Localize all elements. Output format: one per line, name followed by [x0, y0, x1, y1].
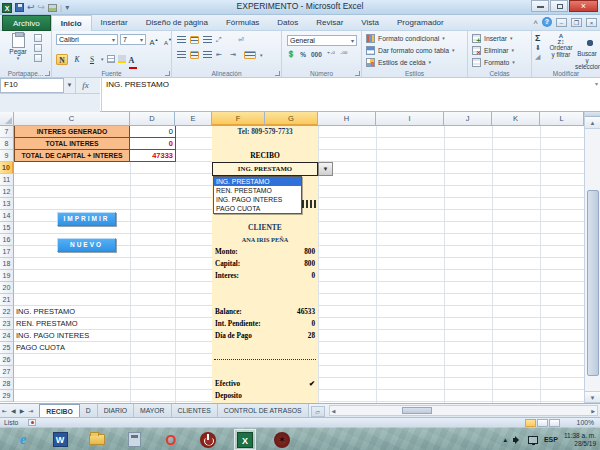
table-row[interactable]: TOTAL INTERES 0 — [14, 138, 176, 150]
insert-function-icon[interactable]: fx — [75, 78, 95, 93]
row-header[interactable]: 16 — [0, 234, 14, 246]
format-as-table-button[interactable]: Dar formato como tabla▾ — [362, 44, 468, 56]
page-break-view-icon[interactable] — [549, 419, 560, 427]
merge-dropdown-icon[interactable]: ▾ — [260, 52, 263, 58]
new-button[interactable]: NUEVO — [57, 238, 116, 252]
normal-view-icon[interactable] — [525, 419, 536, 427]
align-right-icon[interactable] — [203, 51, 212, 59]
volume-icon[interactable] — [513, 436, 522, 444]
sheet-tab[interactable]: CLIENTES — [172, 404, 218, 418]
column-header[interactable]: K — [492, 112, 540, 126]
align-center-icon[interactable] — [190, 51, 199, 59]
column-header[interactable]: D — [130, 112, 175, 126]
row-header[interactable]: 12 — [0, 186, 14, 198]
ribbon-tab[interactable]: Archivo — [2, 15, 51, 31]
sheet-tab[interactable]: CONTROL DE ATRASOS — [218, 404, 309, 418]
column-header[interactable]: L — [540, 112, 584, 126]
horizontal-scroll-thumb[interactable] — [402, 407, 432, 414]
row-header[interactable]: 23 — [0, 318, 14, 330]
sheet-tab[interactable]: D — [80, 404, 98, 418]
column-header[interactable]: J — [444, 112, 492, 126]
minimize-ribbon-icon[interactable]: ˄ — [533, 18, 538, 27]
print-button[interactable]: IMPRIMIR — [57, 212, 116, 226]
help-icon[interactable]: ? — [542, 17, 552, 27]
dropdown-item[interactable]: ING. PAGO INTERES — [214, 195, 301, 204]
row-header[interactable]: 24 — [0, 330, 14, 342]
font-name-select[interactable]: Calibri▾ — [56, 34, 118, 45]
clipboard-dialog-launcher[interactable] — [45, 71, 50, 76]
ribbon-tab[interactable]: Diseño de página — [137, 15, 217, 31]
calculator-icon[interactable] — [123, 429, 145, 450]
power-icon[interactable] — [197, 429, 219, 450]
ribbon-tab[interactable]: Vista — [352, 15, 388, 31]
ribbon-tab[interactable]: Revisar — [307, 15, 352, 31]
row-header[interactable]: 19 — [0, 270, 14, 282]
file-explorer-icon[interactable] — [86, 429, 108, 450]
excel-icon[interactable]: X — [234, 429, 256, 450]
dropdown-arrow-button[interactable]: ▼ — [318, 162, 333, 176]
ribbon-tab[interactable]: Programador — [388, 15, 453, 31]
table-row[interactable]: TOTAL DE CAPITAL + INTERES 47333 — [14, 150, 176, 162]
language-indicator[interactable]: ESP — [544, 436, 558, 443]
fill-icon[interactable]: ⬇ — [535, 44, 541, 52]
fill-color-icon[interactable] — [118, 55, 126, 63]
number-format-select[interactable]: General▾ — [287, 35, 357, 46]
align-middle-icon[interactable] — [190, 36, 199, 44]
bold-button[interactable]: N — [56, 54, 68, 65]
dropdown-item[interactable]: ING. PRESTAMO — [214, 177, 301, 186]
row-header[interactable]: 8 — [0, 138, 14, 150]
prev-sheet-icon[interactable]: ◀ — [9, 407, 18, 414]
formula-input[interactable]: ING. PRESTAMO — [101, 78, 586, 112]
row-header[interactable]: 21 — [0, 294, 14, 306]
scroll-right-icon[interactable]: ▶ — [591, 407, 595, 415]
increase-indent-icon[interactable]: ⇥ — [230, 50, 240, 59]
settings-icon[interactable]: ✶ — [271, 429, 293, 450]
clear-icon[interactable]: ◢ — [535, 53, 541, 61]
list-item[interactable]: ING. PAGO INTERES — [16, 330, 156, 342]
row-header[interactable]: 14 — [0, 210, 14, 222]
row-header[interactable]: 10 — [0, 162, 14, 174]
decrease-indent-icon[interactable]: ⇤ — [216, 50, 226, 59]
ribbon-tab[interactable]: Datos — [268, 15, 307, 31]
list-item[interactable]: REN. PRESTAMO — [16, 318, 156, 330]
title-bar[interactable]: X ↩ ↪ | ▾ EXPERIMENTO - Microsoft Excel … — [0, 0, 600, 15]
row-header[interactable]: 22 — [0, 306, 14, 318]
row-header[interactable]: 17 — [0, 246, 14, 258]
transaction-type-dropdown[interactable]: ING. PRESTAMO — [212, 162, 318, 176]
zoom-level[interactable]: 100% — [577, 419, 594, 426]
macro-record-icon[interactable] — [28, 419, 36, 426]
row-header[interactable]: 18 — [0, 258, 14, 270]
formula-bar-expand-icon[interactable]: ▾ — [595, 80, 598, 87]
orientation-icon[interactable]: ⤢ — [216, 35, 226, 44]
decrease-decimal-icon[interactable]: ·⁰⁰ — [340, 50, 347, 58]
row-header[interactable]: 9 — [0, 150, 14, 162]
word-icon[interactable]: W — [49, 429, 71, 450]
row-header[interactable]: 28 — [0, 378, 14, 390]
list-item[interactable]: ING. PRESTAMO — [16, 306, 156, 318]
ribbon-tab[interactable]: Insertar — [92, 15, 137, 31]
restore-button[interactable] — [550, 0, 568, 12]
align-left-icon[interactable] — [177, 51, 186, 59]
row-header[interactable]: 26 — [0, 354, 14, 366]
clock[interactable]: 11:38 a. m. 28/5/19 — [564, 432, 596, 447]
row-header[interactable]: 27 — [0, 366, 14, 378]
column-header[interactable]: G — [265, 112, 318, 126]
dropdown-item[interactable]: PAGO CUOTA — [214, 204, 301, 213]
cut-icon[interactable] — [34, 34, 42, 42]
first-sheet-icon[interactable]: ⇤ — [0, 407, 9, 414]
opera-icon[interactable]: O — [160, 429, 182, 450]
merge-center-icon[interactable] — [244, 51, 256, 59]
minimize-button[interactable] — [531, 0, 549, 12]
table-row[interactable]: INTERES GENERADO 0 — [14, 126, 176, 138]
italic-button[interactable]: K — [71, 54, 83, 65]
book-restore-icon[interactable]: ❐ — [571, 18, 582, 27]
align-bottom-icon[interactable] — [203, 36, 212, 44]
copy-icon[interactable] — [34, 44, 42, 52]
column-header[interactable]: C — [14, 112, 130, 126]
scroll-down-icon[interactable]: ▼ — [585, 391, 600, 403]
find-select-button[interactable]: Buscar y seleccionar — [575, 33, 599, 71]
list-item[interactable]: PAGO CUOTA — [16, 342, 156, 354]
scroll-up-icon[interactable]: ▲ — [585, 117, 600, 129]
insert-cells-button[interactable]: Insertar▾ — [468, 32, 532, 44]
wrap-text-icon[interactable]: ⏎ — [238, 35, 248, 44]
